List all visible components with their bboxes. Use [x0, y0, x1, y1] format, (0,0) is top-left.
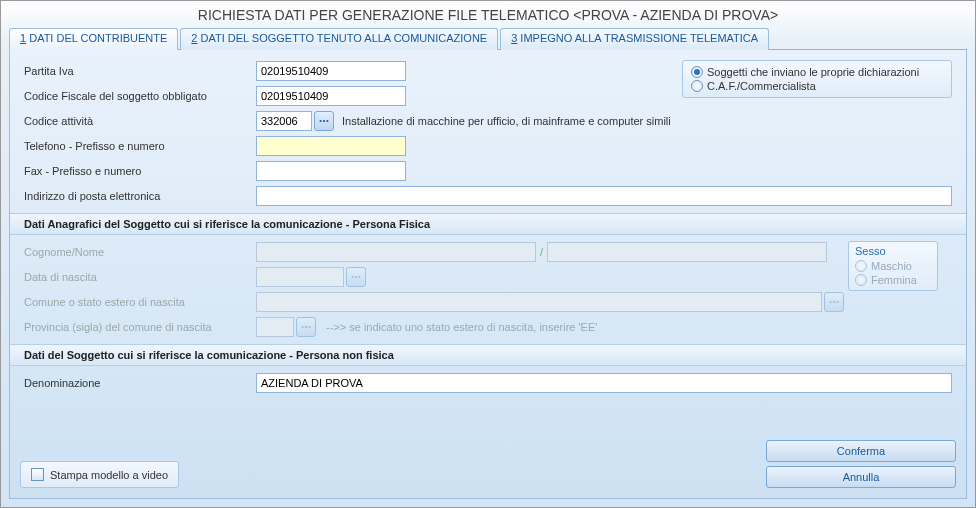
fax-label: Fax - Prefisso e numero: [24, 165, 256, 177]
nome-input: [547, 242, 827, 262]
radio-label: C.A.F./Commercialista: [707, 80, 816, 92]
telefono-input[interactable]: [256, 136, 406, 156]
tab-content: Soggetti che inviano le proprie dichiara…: [9, 50, 967, 499]
denominazione-input[interactable]: [256, 373, 952, 393]
lookup-comune-button: [824, 292, 844, 312]
ellipsis-icon: [350, 274, 362, 280]
sesso-title: Sesso: [855, 245, 931, 257]
lookup-provincia-button: [296, 317, 316, 337]
tab-bar: 1 DATI DEL CONTRIBUENTE 2 DATI DEL SOGGE…: [9, 27, 967, 50]
radio-icon: [855, 260, 867, 272]
cancel-button[interactable]: Annulla: [766, 466, 956, 488]
svg-point-7: [833, 301, 835, 303]
svg-point-3: [351, 276, 353, 278]
tab-label: DATI DEL SOGGETTO TENUTO ALLA COMUNICAZI…: [197, 32, 487, 44]
ellipsis-icon: [828, 299, 840, 305]
comune-nascita-label: Comune o stato estero di nascita: [24, 296, 256, 308]
svg-point-5: [358, 276, 360, 278]
sesso-maschio[interactable]: Maschio: [855, 259, 931, 273]
radio-label: Femmina: [871, 274, 917, 286]
section-header-persona-fisica: Dati Anagrafici del Soggetto cui si rife…: [10, 213, 966, 235]
codice-fiscale-label: Codice Fiscale del soggetto obbligato: [24, 90, 256, 102]
telefono-label: Telefono - Prefisso e numero: [24, 140, 256, 152]
svg-point-10: [305, 326, 307, 328]
sesso-femmina[interactable]: Femmina: [855, 273, 931, 287]
provincia-label: Provincia (sigla) del comune di nascita: [24, 321, 256, 333]
svg-point-0: [319, 120, 321, 122]
dialog-window: RICHIESTA DATI PER GENERAZIONE FILE TELE…: [0, 0, 976, 508]
tab-soggetto-comunicazione[interactable]: 2 DATI DEL SOGGETTO TENUTO ALLA COMUNICA…: [180, 28, 498, 50]
svg-point-4: [355, 276, 357, 278]
fax-input[interactable]: [256, 161, 406, 181]
codice-attivita-input[interactable]: [256, 111, 312, 131]
radio-icon: [691, 80, 703, 92]
email-input[interactable]: [256, 186, 952, 206]
checkbox-label: Stampa modello a video: [50, 469, 168, 481]
comune-nascita-input: [256, 292, 822, 312]
codice-attivita-label: Codice attività: [24, 115, 256, 127]
ellipsis-icon: [318, 118, 330, 124]
svg-point-8: [836, 301, 838, 303]
confirm-button[interactable]: Conferma: [766, 440, 956, 462]
provincia-hint: -->> se indicato uno stato estero di nas…: [326, 321, 597, 333]
partita-iva-input[interactable]: [256, 61, 406, 81]
sender-option-caf[interactable]: C.A.F./Commercialista: [691, 79, 943, 93]
cognome-input: [256, 242, 536, 262]
window-title: RICHIESTA DATI PER GENERAZIONE FILE TELE…: [1, 1, 975, 27]
codice-fiscale-input[interactable]: [256, 86, 406, 106]
radio-label: Maschio: [871, 260, 912, 272]
radio-icon: [691, 66, 703, 78]
attivita-description: Installazione di macchine per ufficio, d…: [342, 115, 671, 127]
tab-impegno-trasmissione[interactable]: 3 IMPEGNO ALLA TRASMISSIONE TELEMATICA: [500, 28, 769, 50]
svg-point-11: [308, 326, 310, 328]
radio-label: Soggetti che inviano le proprie dichiara…: [707, 66, 919, 78]
radio-icon: [855, 274, 867, 286]
stampa-modello-checkbox[interactable]: Stampa modello a video: [20, 461, 179, 488]
tab-contribuente[interactable]: 1 DATI DEL CONTRIBUENTE: [9, 28, 178, 50]
date-picker-button: [346, 267, 366, 287]
section-header-persona-non-fisica: Dati del Soggetto cui si riferisce la co…: [10, 344, 966, 366]
svg-point-9: [301, 326, 303, 328]
denominazione-label: Denominazione: [24, 377, 256, 389]
svg-point-1: [323, 120, 325, 122]
ellipsis-icon: [300, 324, 312, 330]
sender-option-self[interactable]: Soggetti che inviano le proprie dichiara…: [691, 65, 943, 79]
data-nascita-input: [256, 267, 344, 287]
tab-label: IMPEGNO ALLA TRASMISSIONE TELEMATICA: [517, 32, 758, 44]
provincia-input: [256, 317, 294, 337]
cognome-label: Cognome/Nome: [24, 246, 256, 258]
svg-point-6: [829, 301, 831, 303]
bottom-bar: Stampa modello a video Conferma Annulla: [20, 440, 956, 488]
slash-separator: /: [540, 246, 543, 258]
sesso-group: Sesso Maschio Femmina: [848, 241, 938, 291]
checkbox-icon: [31, 468, 44, 481]
sender-type-group: Soggetti che inviano le proprie dichiara…: [682, 60, 952, 98]
tab-label: DATI DEL CONTRIBUENTE: [26, 32, 167, 44]
svg-point-2: [326, 120, 328, 122]
data-nascita-label: Data di nascita: [24, 271, 256, 283]
partita-iva-label: Partita Iva: [24, 65, 256, 77]
lookup-attivita-button[interactable]: [314, 111, 334, 131]
email-label: Indirizzo di posta elettronica: [24, 190, 256, 202]
